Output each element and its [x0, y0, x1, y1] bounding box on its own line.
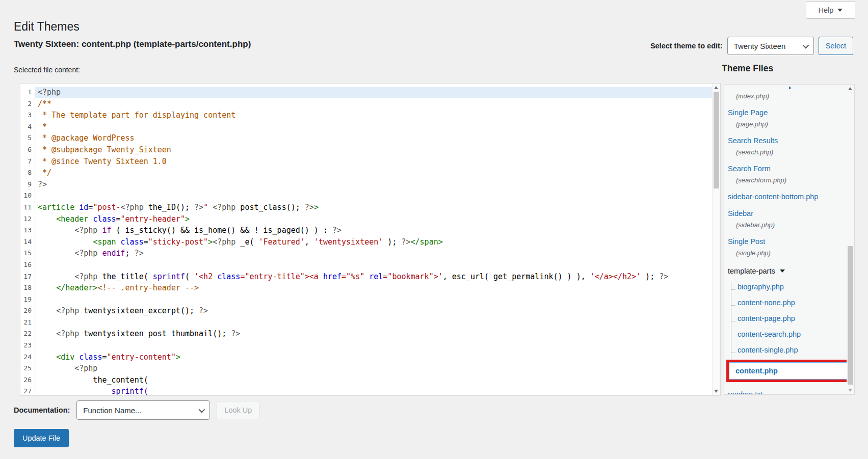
code-line[interactable]: 1<?php — [20, 87, 713, 98]
code-line-text: <header class="entry-header"> — [35, 213, 713, 225]
code-line[interactable]: 22 <?php twentysixteen_post_thumbnail();… — [20, 328, 713, 340]
code-line[interactable]: 9?> — [20, 179, 713, 191]
theme-file-link[interactable]: Search Form — [728, 164, 847, 173]
theme-file-link[interactable]: Search Results — [728, 136, 847, 145]
code-line-text: <?php the_title( sprintf( '<h2 class="en… — [35, 271, 713, 283]
theme-select-dropdown[interactable]: Twenty Sixteen — [727, 37, 814, 55]
code-line[interactable]: 6 * @subpackage Twenty_Sixteen — [20, 144, 713, 156]
code-line-text: /** — [35, 98, 713, 110]
clipped-file-link[interactable] — [728, 87, 847, 89]
code-editor-content[interactable]: 1<?php2/**3 * The template part for disp… — [20, 84, 713, 395]
line-number: 11 — [20, 202, 35, 213]
code-line[interactable]: 11<article id="post-<?php the_ID(); ?>" … — [20, 202, 713, 213]
theme-file-link[interactable]: Single Page — [728, 108, 847, 117]
line-number: 18 — [20, 282, 35, 294]
code-line-text: * @since Twenty Sixteen 1.0 — [35, 156, 713, 168]
code-line[interactable]: 19 — [20, 294, 713, 306]
code-line[interactable]: 16 — [20, 259, 713, 271]
code-line[interactable]: 27 sprintf( — [20, 386, 713, 395]
folder-toggle-template-parts[interactable]: template-parts — [728, 266, 847, 276]
code-line[interactable]: 17 <?php the_title( sprintf( '<h2 class=… — [20, 271, 713, 283]
code-line[interactable]: 24 <div class="entry-content"> — [20, 352, 713, 363]
theme-file-link[interactable]: sidebar-content-bottom.php — [728, 192, 847, 201]
theme-file-link[interactable]: content-none.php — [738, 298, 847, 307]
chevron-down-icon — [199, 406, 205, 413]
code-line-text: </header><!-- .entry-header --> — [35, 282, 713, 294]
line-number: 16 — [20, 259, 35, 271]
select-theme-label: Select theme to edit: — [650, 42, 723, 50]
help-button-label: Help — [819, 6, 834, 14]
code-line-text: <article id="post-<?php the_ID(); ?>" <?… — [35, 202, 713, 213]
line-number: 1 — [20, 87, 35, 98]
theme-file-link[interactable]: Sidebar — [728, 209, 847, 218]
theme-files-scrollbar-thumb[interactable] — [848, 246, 853, 385]
line-number: 17 — [20, 271, 35, 283]
theme-file-description: (single.php) — [736, 249, 847, 257]
code-line[interactable]: 23 — [20, 340, 713, 352]
code-line[interactable]: 13 <?php if ( is_sticky() && is_home() &… — [20, 225, 713, 236]
code-line[interactable]: 8 */ — [20, 167, 713, 179]
code-line[interactable]: 14 <span class="sticky-post"><?php _e( '… — [20, 236, 713, 248]
code-line-text: <?php twentysixteen_excerpt(); ?> — [35, 305, 713, 317]
code-line[interactable]: 18 </header><!-- .entry-header --> — [20, 282, 713, 294]
scroll-up-icon[interactable] — [848, 87, 852, 90]
code-line[interactable]: 26 the_content( — [20, 374, 713, 386]
theme-file-link[interactable]: Single Post — [728, 237, 847, 246]
scroll-up-icon[interactable] — [714, 86, 718, 89]
editor-scrollbar[interactable] — [712, 84, 720, 395]
code-line-text — [35, 317, 713, 329]
help-button[interactable]: Help — [806, 1, 855, 19]
theme-file-link[interactable]: biography.php — [738, 282, 847, 291]
function-name-dropdown[interactable]: Function Name... — [76, 400, 210, 420]
code-line[interactable]: 2/** — [20, 98, 713, 110]
code-line[interactable]: 15 <?php endif; ?> — [20, 248, 713, 259]
code-line-text: * @package WordPress — [35, 132, 713, 144]
theme-files-title: Theme Files — [722, 63, 773, 74]
code-line-text: */ — [35, 167, 713, 179]
code-line-text — [35, 294, 713, 306]
code-line[interactable]: 3 * The template part for displaying con… — [20, 110, 713, 121]
scroll-down-icon[interactable] — [714, 390, 718, 393]
theme-file-link[interactable]: content-search.php — [738, 330, 847, 339]
code-line[interactable]: 10 — [20, 190, 713, 202]
documentation-row: Documentation: Function Name... Look Up — [14, 400, 259, 420]
theme-file-link[interactable]: content-single.php — [738, 345, 847, 355]
code-line-text: sprintf( — [35, 386, 713, 395]
selected-file-highlight: content.php — [726, 360, 847, 382]
code-line[interactable]: 7 * @since Twenty Sixteen 1.0 — [20, 156, 713, 168]
theme-file-link[interactable]: readme.txt — [728, 390, 847, 394]
theme-file-description: (page.php) — [736, 120, 847, 128]
folder-children: biography.phpcontent-none.phpcontent-pag… — [731, 282, 847, 382]
scroll-down-icon[interactable] — [848, 389, 852, 392]
code-line-text: * — [35, 121, 713, 133]
code-line[interactable]: 5 * @package WordPress — [20, 132, 713, 144]
theme-files-list: (index.php)Single Page(page.php)Search R… — [724, 85, 847, 394]
code-line[interactable]: 4 * — [20, 121, 713, 133]
code-editor[interactable]: 1<?php2/**3 * The template part for disp… — [20, 83, 721, 396]
line-number: 24 — [20, 352, 35, 363]
code-line-text: the_content( — [35, 374, 713, 386]
code-line-text: * The template part for displaying conte… — [35, 110, 713, 121]
look-up-button[interactable]: Look Up — [217, 401, 259, 419]
caret-down-icon — [780, 269, 785, 273]
line-number: 4 — [20, 121, 35, 133]
chevron-down-icon — [837, 9, 843, 12]
code-line[interactable]: 20 <?php twentysixteen_excerpt(); ?> — [20, 305, 713, 317]
theme-file-link[interactable]: content-page.php — [738, 314, 847, 323]
function-name-value: Function Name... — [83, 406, 141, 415]
code-line[interactable]: 12 <header class="entry-header"> — [20, 213, 713, 225]
theme-file-description: (searchform.php) — [736, 176, 847, 184]
line-number: 7 — [20, 156, 35, 168]
line-number: 2 — [20, 98, 35, 110]
code-line[interactable]: 21 — [20, 317, 713, 329]
line-number: 3 — [20, 110, 35, 121]
select-theme-button[interactable]: Select — [819, 37, 853, 55]
code-line-text — [35, 190, 713, 202]
editor-scrollbar-thumb[interactable] — [714, 92, 719, 188]
theme-files-scrollbar[interactable] — [847, 85, 854, 394]
theme-file-link-selected[interactable]: content.php — [729, 362, 847, 380]
update-file-button[interactable]: Update File — [14, 429, 69, 447]
line-number: 23 — [20, 340, 35, 352]
code-line[interactable]: 25 <?php — [20, 363, 713, 374]
line-number: 27 — [20, 386, 35, 395]
